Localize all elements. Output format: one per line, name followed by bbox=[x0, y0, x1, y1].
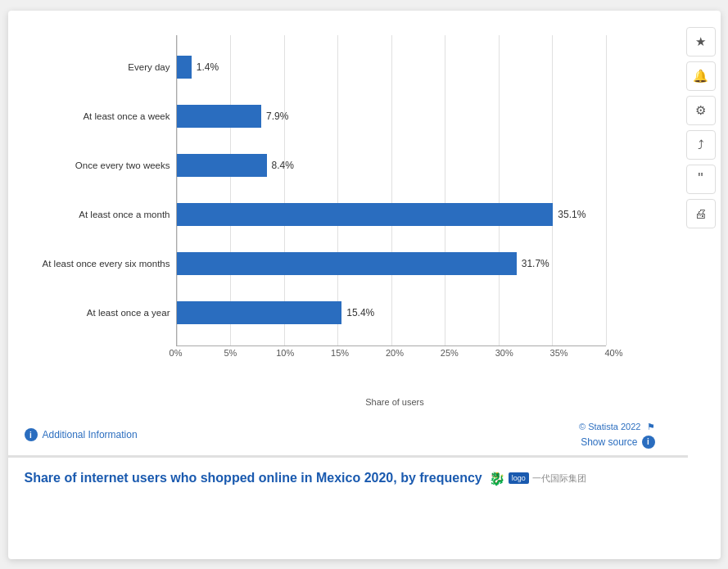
x-axis-label: 30% bbox=[495, 348, 513, 358]
share-button[interactable]: ⤴ bbox=[686, 130, 716, 160]
chart-area: Every day1.4%At least once a week7.9%Onc… bbox=[25, 35, 671, 407]
title-area: Share of internet users who shopped onli… bbox=[8, 455, 688, 499]
footer-right: © Statista 2022 ⚑ Show source i bbox=[579, 422, 654, 449]
bar-row: At least once a week7.9% bbox=[177, 105, 606, 128]
flag-icon: ⚑ bbox=[647, 422, 655, 431]
bars-wrapper: Every day1.4%At least once a week7.9%Onc… bbox=[177, 35, 606, 345]
source-info-icon: i bbox=[642, 436, 655, 449]
bar-label: At least once every six months bbox=[34, 259, 177, 269]
x-axis-label: 25% bbox=[441, 348, 459, 358]
bar: 1.4% bbox=[177, 56, 192, 79]
bar: 15.4% bbox=[177, 301, 342, 324]
bar-value: 8.4% bbox=[272, 160, 295, 171]
chart-card: ★ 🔔 ⚙ ⤴ " 🖨 Every day1.4%At least once a… bbox=[8, 11, 721, 559]
bar-row: Every day1.4% bbox=[177, 56, 606, 79]
chart-inner: Every day1.4%At least once a week7.9%Onc… bbox=[176, 35, 606, 346]
bar: 8.4% bbox=[177, 154, 267, 177]
quote-button[interactable]: " bbox=[686, 165, 716, 194]
bar: 7.9% bbox=[177, 105, 261, 128]
x-axis-label: 10% bbox=[276, 348, 294, 358]
bar-row: Once every two weeks8.4% bbox=[177, 154, 606, 177]
gear-button[interactable]: ⚙ bbox=[686, 96, 716, 125]
bar-label: At least once a week bbox=[34, 111, 177, 121]
bar-row: At least once a month35.1% bbox=[177, 203, 606, 226]
watermark: 🐉 logo 一代国际集团 bbox=[489, 471, 586, 486]
x-axis-label: 35% bbox=[550, 348, 568, 358]
star-button[interactable]: ★ bbox=[686, 27, 716, 56]
bar-value: 15.4% bbox=[346, 307, 369, 318]
x-axis-label: 15% bbox=[331, 348, 349, 358]
chart-title: Share of internet users who shopped onli… bbox=[25, 471, 482, 485]
x-axis-label: 20% bbox=[386, 348, 404, 358]
bell-button[interactable]: 🔔 bbox=[686, 61, 716, 91]
bar-value: 31.7% bbox=[522, 258, 545, 269]
x-axis-label: 5% bbox=[224, 348, 237, 358]
bar: 35.1% bbox=[177, 203, 554, 226]
bar-row: At least once every six months31.7% bbox=[177, 252, 606, 275]
bar-value: 7.9% bbox=[266, 111, 289, 122]
grid-line bbox=[606, 35, 607, 345]
x-axis-label: 40% bbox=[604, 348, 622, 358]
bar-label: At least once a month bbox=[34, 210, 177, 219]
additional-info-label: Additional Information bbox=[43, 429, 138, 440]
watermark-logo: logo bbox=[509, 472, 529, 484]
bar-row: At least once a year15.4% bbox=[177, 301, 606, 324]
footer: i Additional Information © Statista 2022… bbox=[25, 415, 671, 455]
bar-value: 35.1% bbox=[558, 209, 581, 220]
bar-label: Every day bbox=[34, 62, 177, 72]
bar-label: At least once a year bbox=[34, 308, 177, 318]
sidebar: ★ 🔔 ⚙ ⤴ " 🖨 bbox=[681, 24, 721, 232]
x-axis: 0%5%10%15%20%25%30%35%40% bbox=[176, 348, 614, 368]
watermark-text: 一代国际集团 bbox=[532, 472, 586, 485]
watermark-icon: 🐉 bbox=[489, 471, 505, 486]
info-icon: i bbox=[25, 428, 38, 441]
print-button[interactable]: 🖨 bbox=[686, 199, 716, 228]
bar-value: 1.4% bbox=[197, 61, 219, 73]
bar-label: Once every two weeks bbox=[34, 160, 177, 170]
statista-credit: © Statista 2022 ⚑ bbox=[579, 422, 654, 432]
bar: 31.7% bbox=[177, 252, 517, 275]
x-axis-title: Share of users bbox=[176, 397, 614, 407]
show-source-link[interactable]: Show source i bbox=[581, 436, 654, 449]
additional-info-link[interactable]: i Additional Information bbox=[25, 428, 138, 441]
x-axis-label: 0% bbox=[170, 348, 183, 358]
show-source-label: Show source bbox=[581, 436, 637, 448]
